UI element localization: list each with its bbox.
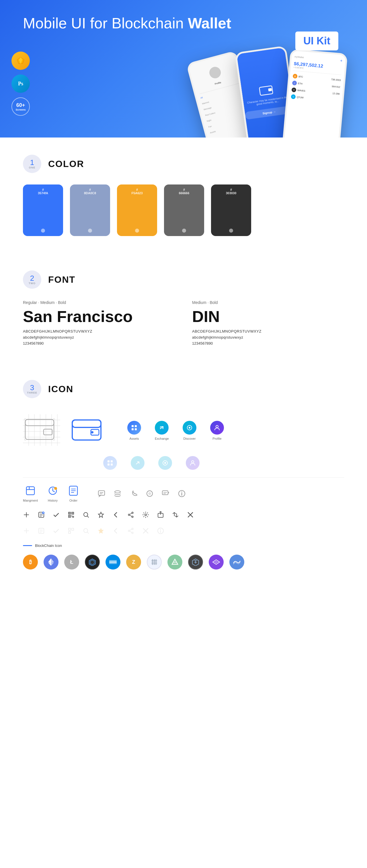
qr-icon	[68, 512, 75, 518]
bitcoin-icon: ₿	[23, 555, 38, 569]
font-section: Regular · Medium · Bold San Francisco AB…	[23, 300, 344, 363]
swatch-orange: #F5A623	[117, 185, 157, 236]
screens-badge: 60+ Screens	[11, 97, 30, 116]
edit-list-icon-ghost	[38, 527, 45, 534]
plus-icon	[23, 512, 30, 518]
tezos-icon	[188, 555, 203, 569]
profile-icon	[210, 421, 224, 435]
svg-point-40	[192, 461, 194, 463]
moon-icon	[130, 490, 138, 498]
wallet-filled-blue	[69, 414, 107, 447]
chevron-left-icon-ghost	[112, 527, 119, 534]
svg-point-33	[216, 425, 218, 428]
order-icon-item: Order	[68, 485, 79, 502]
circle-icon	[146, 490, 154, 498]
discover-ghost-icon	[158, 456, 172, 470]
crypto-icons-row: ₿ Ł	[23, 550, 344, 574]
svg-rect-28	[135, 425, 137, 427]
dash-icon	[106, 555, 120, 569]
main-content: 1 ONE COLOR #3574fA #8DA0C8 #F5A623 #666…	[0, 137, 367, 603]
share-icon	[127, 512, 134, 518]
svg-rect-41	[26, 487, 34, 495]
info-icon	[178, 490, 186, 498]
icon-section-number: 3 THREE	[23, 380, 41, 398]
augur-icon	[167, 555, 182, 569]
svg-marker-120	[51, 558, 54, 563]
sketch-badge	[11, 52, 30, 70]
exchange-icon-item: Exchange	[155, 421, 169, 440]
svg-rect-56	[162, 491, 168, 495]
ui-kit-badge: UI Kit	[295, 32, 338, 51]
color-section-number: 1 ONE	[23, 155, 41, 173]
assets-ghost-icon	[103, 456, 117, 470]
svg-line-113	[130, 529, 132, 531]
message-icon	[162, 490, 170, 498]
bottom-nav-icons-row: Mangment History	[23, 480, 344, 507]
discover-icon-item: Discover	[182, 421, 196, 440]
font-san-francisco: Regular · Medium · Bold San Francisco AB…	[23, 300, 175, 345]
ghost-nav-icons	[23, 452, 344, 474]
svg-point-32	[189, 427, 190, 429]
svg-marker-85	[98, 512, 104, 517]
svg-point-112	[132, 532, 133, 534]
edit-list-icon	[38, 512, 45, 518]
matic-icon	[209, 555, 224, 569]
swatch-black: #303030	[211, 185, 251, 236]
enigma-icon	[147, 555, 162, 569]
svg-point-39	[164, 462, 166, 464]
svg-point-111	[129, 530, 130, 532]
font-title: FONT	[48, 274, 76, 285]
close-icon	[187, 512, 194, 518]
font-section-header: 2 TWO FONT	[23, 253, 344, 300]
icon-section-content: Assets Exchange	[23, 410, 344, 603]
svg-marker-109	[98, 528, 104, 533]
wallet-icons-row: Assets Exchange	[23, 410, 344, 452]
star-icon	[97, 512, 104, 518]
svg-rect-104	[68, 528, 70, 530]
svg-rect-30	[135, 428, 137, 430]
check-icon-ghost	[53, 527, 60, 534]
discover-icon	[182, 421, 196, 435]
assets-icon-item: Assets	[127, 421, 141, 440]
phone-group: Profile All Mainnet Message Red Collect …	[189, 46, 350, 137]
svg-rect-27	[132, 425, 134, 427]
profile-icon-item: Profile	[210, 421, 224, 440]
svg-rect-18	[44, 429, 52, 435]
close-ghost-icon	[142, 527, 149, 534]
share-icon-ghost	[127, 527, 134, 534]
svg-rect-24	[72, 420, 101, 427]
ethereum-icon	[44, 555, 58, 569]
dark-coin-icon	[85, 555, 100, 569]
svg-point-55	[148, 492, 151, 495]
svg-line-90	[130, 515, 132, 517]
svg-rect-23	[72, 420, 101, 440]
chat-icon	[97, 490, 106, 498]
svg-rect-4	[268, 88, 272, 91]
assets-icon	[127, 421, 141, 435]
order-icon	[68, 485, 79, 496]
svg-point-26	[91, 431, 93, 433]
export-icon	[157, 512, 164, 518]
svg-marker-121	[48, 558, 51, 563]
zcash-icon: Z	[126, 555, 141, 569]
search-icon	[83, 512, 89, 518]
svg-rect-74	[72, 513, 73, 514]
svg-point-91	[145, 514, 146, 516]
svg-point-21	[24, 439, 26, 440]
svg-point-61	[181, 492, 182, 492]
svg-rect-17	[25, 420, 54, 426]
svg-line-89	[130, 513, 132, 515]
hero-section: Mobile UI for Blockchain Wallet UI Kit P…	[0, 0, 367, 137]
info-icon-ghost	[157, 527, 164, 534]
toolbar-row-1	[23, 507, 344, 523]
svg-line-108	[87, 532, 89, 533]
svg-point-87	[129, 514, 130, 516]
misc-icons-row	[97, 490, 186, 498]
svg-point-53	[115, 491, 120, 493]
blockchain-line	[23, 545, 32, 546]
hero-title: Mobile UI for Blockchain Wallet	[23, 14, 231, 32]
exchange-icon	[155, 421, 169, 435]
management-icon-item: Mangment	[23, 485, 38, 502]
phone-right: myWallet + $6,297,502.12 ≈ 0.00 BTC ₿ BT…	[282, 49, 348, 137]
svg-rect-37	[111, 464, 113, 466]
